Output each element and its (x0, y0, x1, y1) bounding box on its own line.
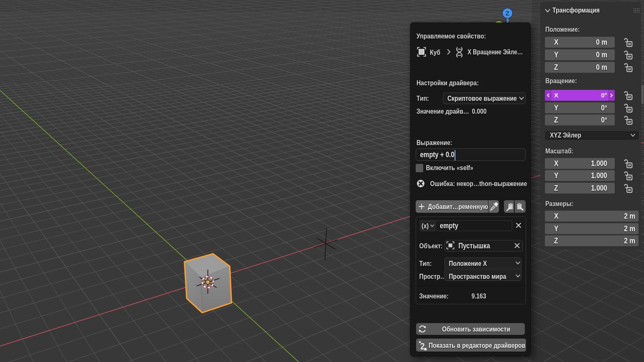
svg-text:Z: Z (506, 10, 509, 17)
